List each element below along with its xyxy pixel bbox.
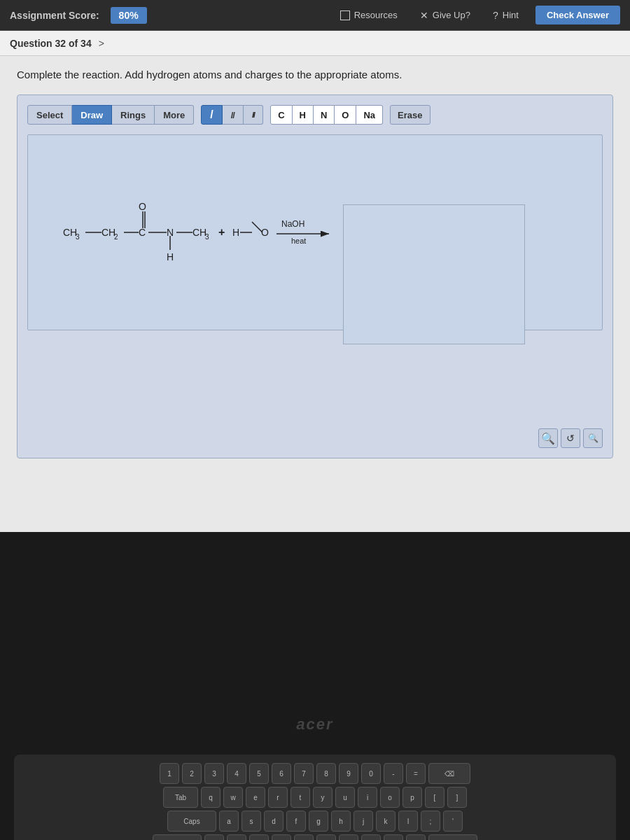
key-quote[interactable]: ' [443,811,463,832]
resources-label: Resources [354,10,398,20]
svg-text:O: O [261,227,269,238]
key-5[interactable]: 5 [249,763,269,784]
key-u[interactable]: u [335,787,355,808]
key-backspace[interactable]: ⌫ [428,763,470,784]
key-j[interactable]: j [354,811,373,832]
key-n[interactable]: n [316,834,336,840]
key-m[interactable]: m [339,834,358,840]
single-bond-icon: / [210,108,213,121]
key-semicolon[interactable]: ; [421,811,440,832]
key-s[interactable]: s [241,811,261,832]
laptop-brand: acer [296,715,333,734]
zoom-reset-button[interactable]: ↺ [561,428,580,448]
key-g[interactable]: g [309,811,328,832]
rings-mode-button[interactable]: Rings [112,105,155,125]
triple-bond-button[interactable]: /// [244,105,263,125]
key-v[interactable]: v [272,834,291,840]
zoom-reset-icon: ↺ [566,433,575,444]
chemical-canvas[interactable]: CH 3 CH 2 C O N CH 3 [27,134,603,330]
svg-text:3: 3 [76,233,80,241]
key-period[interactable]: . [384,834,403,840]
keyboard-row-4: ⇧ z x c v b n m , . / ⇧ [21,834,609,840]
drawing-toolbar: Select Draw Rings More / // /// [27,105,603,125]
key-3[interactable]: 3 [204,763,224,784]
key-e[interactable]: e [246,787,265,808]
key-r[interactable]: r [268,787,288,808]
svg-text:NaOH: NaOH [281,219,304,229]
zoom-controls: 🔍 ↺ 🔍 [538,428,603,448]
erase-button[interactable]: Erase [390,105,430,125]
key-i[interactable]: i [358,787,377,808]
bond-toolbar-group: / // /// [201,105,263,125]
zoom-in-button[interactable]: 🔍 [538,428,558,448]
atom-H-button[interactable]: H [293,105,314,125]
give-up-button[interactable]: ✕ Give Up? [414,7,476,24]
svg-text:2: 2 [114,233,118,241]
keyboard-row-2: Tab q w e r t y u i o p [ ] [21,787,609,808]
key-comma[interactable]: , [361,834,381,840]
key-1[interactable]: 1 [160,763,179,784]
key-6[interactable]: 6 [272,763,291,784]
svg-text:C: C [139,227,146,238]
key-l[interactable]: l [398,811,418,832]
key-y[interactable]: y [313,787,332,808]
atom-O-button[interactable]: O [335,105,356,125]
key-b[interactable]: b [294,834,314,840]
question-nav-bar: Question 32 of 34 > [0,31,630,56]
key-k[interactable]: k [376,811,396,832]
resources-button[interactable]: Resources [335,7,403,23]
key-d[interactable]: d [264,811,284,832]
draw-mode-button[interactable]: Draw [72,105,112,125]
svg-text:+: + [218,226,225,238]
key-h[interactable]: h [331,811,351,832]
key-shift-right[interactable]: ⇧ [428,834,477,840]
key-f[interactable]: f [286,811,306,832]
check-answer-button[interactable]: Check Answer [536,6,620,24]
top-bar: Assignment Score: 80% Resources ✕ Give U… [0,0,630,31]
key-rbracket[interactable]: ] [447,787,467,808]
laptop-body: acer 1 2 3 4 5 6 7 8 9 0 - = ⌫ Tab q w e… [0,532,630,840]
keyboard-area: 1 2 3 4 5 6 7 8 9 0 - = ⌫ Tab q w e r t … [14,755,616,840]
key-slash[interactable]: / [406,834,426,840]
key-w[interactable]: w [223,787,243,808]
single-bond-button[interactable]: / [201,105,222,125]
atom-C-button[interactable]: C [270,105,292,125]
key-9[interactable]: 9 [339,763,358,784]
main-content: Complete the reaction. Add hydrogen atom… [0,56,630,532]
key-2[interactable]: 2 [182,763,202,784]
give-up-label: Give Up? [433,10,470,20]
next-question-arrow[interactable]: > [96,38,107,49]
key-8[interactable]: 8 [316,763,336,784]
key-shift-left[interactable]: ⇧ [153,834,202,840]
zoom-out-button[interactable]: 🔍 [583,428,603,448]
key-q[interactable]: q [201,787,220,808]
key-minus[interactable]: - [384,763,403,784]
atom-N-button[interactable]: N [314,105,335,125]
more-mode-button[interactable]: More [155,105,194,125]
key-lbracket[interactable]: [ [425,787,444,808]
key-equals[interactable]: = [406,763,426,784]
atom-Na-button[interactable]: Na [356,105,383,125]
key-tab[interactable]: Tab [163,787,198,808]
select-mode-button[interactable]: Select [27,105,72,125]
key-z[interactable]: z [204,834,224,840]
key-caps[interactable]: Caps [167,811,216,832]
question-instruction: Complete the reaction. Add hydrogen atom… [17,69,613,80]
key-4[interactable]: 4 [227,763,246,784]
drawing-area: Select Draw Rings More / // /// [17,94,613,458]
key-c[interactable]: c [249,834,269,840]
assignment-label: Assignment Score: [10,10,99,21]
key-o[interactable]: o [380,787,400,808]
key-x[interactable]: x [227,834,246,840]
svg-text:H: H [167,251,174,262]
hint-button[interactable]: ? Hint [487,7,524,24]
key-t[interactable]: t [290,787,310,808]
resources-icon [340,10,350,20]
double-bond-button[interactable]: // [223,105,244,125]
key-0[interactable]: 0 [361,763,381,784]
answer-canvas[interactable] [343,204,525,344]
double-bond-icon: // [231,110,234,120]
key-p[interactable]: p [402,787,422,808]
key-a[interactable]: a [219,811,239,832]
key-7[interactable]: 7 [294,763,314,784]
